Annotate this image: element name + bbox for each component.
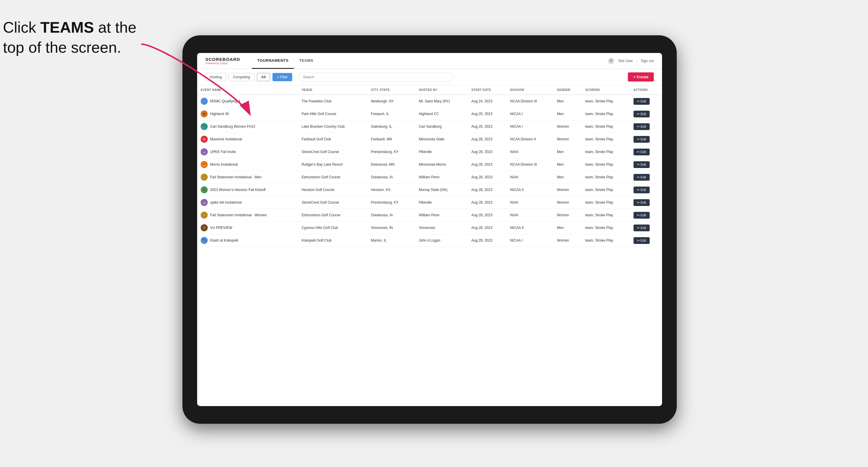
nav-right: ⚙ Test User | Sign out [608, 58, 654, 64]
cell-city-0: Newburgh, NY [368, 95, 415, 108]
cell-hosted-0: Mt. Saint Mary (NY) [415, 95, 468, 108]
edit-button-0[interactable]: ✏ Edit [633, 98, 650, 105]
event-icon-7: 🐻 [201, 186, 208, 193]
cell-division-8: NAIA [507, 196, 554, 209]
cell-actions-6: ✏ Edit [630, 171, 662, 184]
cell-hosted-5: Minnesota-Morris [415, 158, 468, 171]
cell-division-6: NAIA [507, 171, 554, 184]
cell-date-4: Aug 28, 2023 [468, 146, 507, 158]
cell-city-8: Prestonsburg, KY [368, 196, 415, 209]
tournaments-table: EVENT NAME VENUE CITY, STATE HOSTED BY S… [197, 85, 662, 247]
cell-scoring-2: team, Stroke Play [582, 120, 630, 133]
tab-teams[interactable]: TEAMS [294, 53, 319, 69]
event-name-5: Morris Invitational [210, 162, 238, 166]
cell-event-0: 🏌 MSMC Qualifying 1 [197, 95, 298, 108]
signout-link[interactable]: Sign out [641, 59, 654, 63]
cell-event-7: 🐻 2023 Women's Hesston Fall Kickoff [197, 184, 298, 196]
event-name-3: Maverick Invitational [210, 137, 242, 141]
cell-scoring-10: team, Stroke Play [582, 222, 630, 234]
edit-button-5[interactable]: ✏ Edit [633, 161, 650, 168]
cell-event-8: 🐯 upike fall invitational [197, 196, 298, 209]
cell-scoring-0: team, Stroke Play [582, 95, 630, 108]
edit-button-9[interactable]: ✏ Edit [633, 212, 650, 219]
cell-venue-3: Faribault Golf Club [298, 133, 368, 146]
event-name-2: Carl Sandburg Women FA23 [210, 124, 255, 129]
cell-scoring-6: team, Stroke Play [582, 171, 630, 184]
cell-gender-5: Men [554, 158, 582, 171]
gear-icon[interactable]: ⚙ [608, 58, 614, 64]
cell-event-3: 🐎 Maverick Invitational [197, 133, 298, 146]
event-icon-6: 🦁 [201, 174, 208, 181]
table-row: 🐻 2023 Women's Hesston Fall Kickoff Hess… [197, 184, 662, 196]
cell-division-10: NICAA II [507, 222, 554, 234]
cell-venue-5: Ruttger's Bay Lake Resort [298, 158, 368, 171]
all-tab[interactable]: All [257, 73, 270, 81]
cell-venue-11: Kokopelli Golf Club [298, 234, 368, 247]
cell-city-10: Vincennes, IN [368, 222, 415, 234]
event-icon-10: 🌿 [201, 224, 208, 231]
cell-hosted-4: Pikeville [415, 146, 468, 158]
cell-venue-7: Hesston Golf Course [298, 184, 368, 196]
col-start-date: START DATE [468, 85, 507, 95]
cell-date-8: Aug 28, 2023 [468, 196, 507, 209]
cell-actions-1: ✏ Edit [630, 108, 662, 120]
cell-scoring-9: team, Stroke Play [582, 209, 630, 222]
cell-event-6: 🦁 Fall Statesmen Invitational - Men [197, 171, 298, 184]
table-row: 🌿 VU PREVIEW Cypress Hills Golf Club Vin… [197, 222, 662, 234]
table-header-row: EVENT NAME VENUE CITY, STATE HOSTED BY S… [197, 85, 662, 95]
cell-gender-0: Men [554, 95, 582, 108]
cell-date-5: Aug 28, 2023 [468, 158, 507, 171]
cell-actions-8: ✏ Edit [630, 196, 662, 209]
table-row: 🏌 MSMC Qualifying 1 The Powelton Club Ne… [197, 95, 662, 108]
filter-button[interactable]: ≡ Filter [273, 73, 292, 81]
event-name-8: upike fall invitational [210, 200, 242, 205]
create-button[interactable]: + Create [628, 72, 654, 82]
cell-gender-10: Men [554, 222, 582, 234]
edit-button-7[interactable]: ✏ Edit [633, 187, 650, 193]
cell-hosted-7: Murray State (OK) [415, 184, 468, 196]
search-input[interactable] [299, 73, 452, 82]
edit-button-1[interactable]: ✏ Edit [633, 111, 650, 117]
cell-scoring-4: team, Stroke Play [582, 146, 630, 158]
logo-area: SCOREBOARD Powered by Clippit [206, 57, 240, 65]
cell-division-1: NICAA I [507, 108, 554, 120]
cell-event-5: 🦊 Morris Invitational [197, 158, 298, 171]
event-icon-9: 🦁 [201, 212, 208, 219]
edit-button-10[interactable]: ✏ Edit [633, 224, 650, 231]
cell-actions-7: ✏ Edit [630, 184, 662, 196]
cell-division-11: NICAA I [507, 234, 554, 247]
cell-actions-2: ✏ Edit [630, 120, 662, 133]
cell-date-6: Aug 28, 2023 [468, 171, 507, 184]
cell-venue-6: Edmundson Golf Course [298, 171, 368, 184]
cell-division-3: NCAA Division II [507, 133, 554, 146]
hosting-tab[interactable]: Hosting [206, 73, 226, 81]
cell-division-5: NCAA Division III [507, 158, 554, 171]
competing-tab[interactable]: Competing [228, 73, 254, 81]
cell-city-2: Galesburg, IL [368, 120, 415, 133]
table-row: 🦊 Morris Invitational Ruttger's Bay Lake… [197, 158, 662, 171]
event-name-7: 2023 Women's Hesston Fall Kickoff [210, 188, 266, 192]
table-row: 🐯 upike fall invitational StoneCrest Gol… [197, 196, 662, 209]
event-icon-2: 🦅 [201, 123, 208, 130]
edit-button-3[interactable]: ✏ Edit [633, 136, 650, 143]
cell-city-5: Deerwood, MN [368, 158, 415, 171]
table-row: 🦁 Fall Statesmen Invitational - Men Edmu… [197, 171, 662, 184]
cell-actions-10: ✏ Edit [630, 222, 662, 234]
tab-tournaments[interactable]: TOURNAMENTS [252, 53, 293, 69]
edit-button-2[interactable]: ✏ Edit [633, 123, 650, 130]
cell-date-10: Aug 28, 2023 [468, 222, 507, 234]
table-container: EVENT NAME VENUE CITY, STATE HOSTED BY S… [197, 85, 662, 406]
edit-button-4[interactable]: ✏ Edit [633, 149, 650, 155]
cell-division-7: NICAA II [507, 184, 554, 196]
cell-hosted-10: Vincennes [415, 222, 468, 234]
event-icon-1: 🐻 [201, 111, 208, 117]
edit-button-8[interactable]: ✏ Edit [633, 199, 650, 206]
edit-button-6[interactable]: ✏ Edit [633, 174, 650, 181]
cell-event-1: 🐻 Highland 36 [197, 108, 298, 120]
edit-button-11[interactable]: ✏ Edit [633, 237, 650, 244]
cell-venue-4: StoneCrest Golf Course [298, 146, 368, 158]
event-name-1: Highland 36 [210, 112, 229, 116]
col-gender: GENDER [554, 85, 582, 95]
cell-city-6: Oskaloosa, IA [368, 171, 415, 184]
event-icon-5: 🦊 [201, 161, 208, 168]
